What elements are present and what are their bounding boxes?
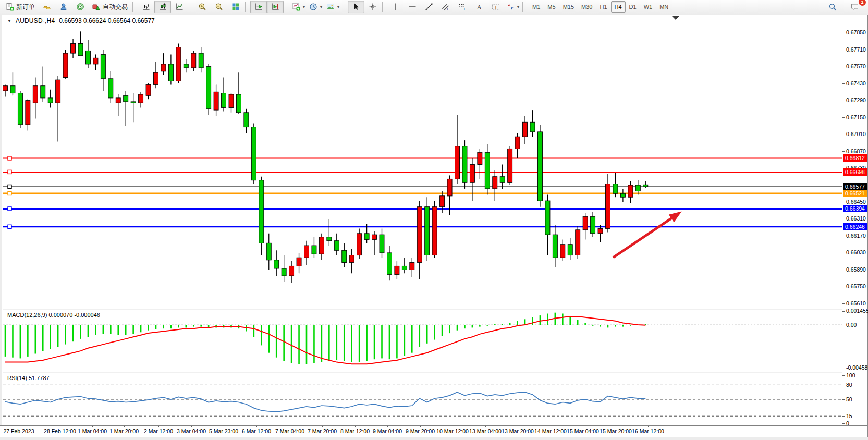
macd-indicator-pane[interactable] xyxy=(3,310,842,372)
new-order-button[interactable]: 新订单 xyxy=(2,1,39,13)
rsi-indicator-pane[interactable] xyxy=(3,373,842,425)
resistance-line-upper-badge: 0.66812 xyxy=(843,154,867,162)
axis-tick xyxy=(842,83,845,84)
time-tick-label: 3 Mar 04:00 xyxy=(177,428,206,434)
time-tick-label: 8 Mar 12:00 xyxy=(340,428,370,434)
text-icon: A xyxy=(475,3,483,11)
timeframe-m30-button[interactable]: M30 xyxy=(578,1,596,13)
auto-trading-button[interactable]: 自动交易 xyxy=(89,1,131,13)
axis-tick xyxy=(842,236,845,236)
fibonacci-button[interactable]: F xyxy=(454,1,471,13)
toolbar-separator xyxy=(285,2,289,12)
pivot-line-orange[interactable] xyxy=(3,191,842,195)
trend-arrow-annotation[interactable] xyxy=(613,214,678,258)
deposit-button[interactable] xyxy=(39,1,55,13)
toolbar-separator xyxy=(382,2,386,12)
axis-tick xyxy=(191,426,192,427)
axis-tick xyxy=(842,416,845,417)
toolbar-separator xyxy=(522,2,527,12)
price-tick-label: 0.67570 xyxy=(846,63,866,69)
axis-tick xyxy=(322,426,323,427)
notifications-button[interactable]: 1 xyxy=(846,1,863,13)
timeframe-m1-button[interactable]: M1 xyxy=(529,1,544,13)
timeframe-mn-button[interactable]: MN xyxy=(656,1,672,13)
line-chart-button[interactable] xyxy=(171,1,188,13)
signals-button[interactable] xyxy=(72,1,89,13)
price-chart-pane[interactable] xyxy=(3,15,842,309)
arrows-button[interactable]: ▾ xyxy=(504,1,521,13)
chart-shift-button[interactable] xyxy=(267,1,284,13)
axis-tick xyxy=(453,426,453,427)
text-button[interactable]: A xyxy=(471,1,487,13)
market-watch-button[interactable] xyxy=(55,1,72,13)
cursor-icon xyxy=(352,3,360,11)
trendline-icon xyxy=(425,3,433,11)
timeframe-m15-button[interactable]: M15 xyxy=(559,1,578,13)
dropdown-arrow-icon[interactable]: ▾ xyxy=(320,5,322,9)
indicators-button[interactable]: ▾ xyxy=(290,1,307,13)
time-axis[interactable]: 27 Feb 202328 Feb 12:001 Mar 04:001 Mar … xyxy=(0,425,867,437)
bar-chart-button[interactable] xyxy=(138,1,154,13)
channel-icon: E xyxy=(442,3,450,11)
timeframe-m5-button[interactable]: M5 xyxy=(544,1,559,13)
macd-tick-label: 0.001455 xyxy=(846,308,868,314)
arrows-icon xyxy=(506,3,515,11)
periods-button[interactable]: ▾ xyxy=(307,1,324,13)
templates-button[interactable]: ▾ xyxy=(324,1,341,13)
indicators-icon xyxy=(292,3,300,11)
timeframe-h4-button[interactable]: H4 xyxy=(611,1,626,13)
time-tick-label: 27 Feb 2023 xyxy=(4,428,34,434)
time-tick-label: 6 Mar 12:00 xyxy=(242,428,271,434)
candlestick-chart-button[interactable] xyxy=(154,1,171,13)
axis-tick xyxy=(256,426,257,427)
trendline-button[interactable] xyxy=(421,1,437,13)
price-axis[interactable]: 0.678500.677100.675700.674300.672900.671… xyxy=(842,15,867,425)
zoom-out-button[interactable] xyxy=(211,1,227,13)
symbol-dropdown-icon[interactable]: ▼ xyxy=(7,19,11,23)
support-line-upper[interactable] xyxy=(3,207,842,211)
chart-symbol-period: AUDUSD-,H4 xyxy=(16,17,55,25)
zoom-in-button[interactable] xyxy=(194,1,211,13)
candlesticks[interactable] xyxy=(3,31,648,283)
auto-scroll-button[interactable] xyxy=(250,1,267,13)
cursor-button[interactable] xyxy=(348,1,364,13)
axis-tick xyxy=(92,426,93,427)
time-tick-label: 13 Mar 20:00 xyxy=(502,428,534,434)
vertical-line-button[interactable] xyxy=(387,1,404,13)
timeframe-h1-button[interactable]: H1 xyxy=(596,1,610,13)
price-tick-label: 0.66030 xyxy=(846,249,866,255)
dropdown-arrow-icon[interactable]: ▾ xyxy=(337,5,339,9)
horizontal-line-button[interactable] xyxy=(404,1,421,13)
time-tick-label: 10 Mar 12:00 xyxy=(436,428,469,434)
equidistant-channel-button[interactable]: E xyxy=(437,1,454,13)
timeframe-d1-button[interactable]: D1 xyxy=(626,1,640,13)
axis-tick xyxy=(842,117,845,118)
support-line-lower-badge: 0.66246 xyxy=(843,223,867,230)
rsi-line xyxy=(5,392,645,412)
timeframe-w1-button[interactable]: W1 xyxy=(640,1,656,13)
resistance-line-lower[interactable] xyxy=(3,170,842,174)
axis-tick xyxy=(842,287,845,287)
crosshair-button[interactable] xyxy=(364,1,381,13)
time-tick-label: 5 Mar 23:00 xyxy=(209,428,238,434)
tile-windows-button[interactable] xyxy=(227,1,244,13)
support-line-lower[interactable] xyxy=(3,225,842,228)
chat-bubble-icon xyxy=(850,3,859,11)
current-price-line[interactable] xyxy=(3,185,842,188)
chart-line-icon xyxy=(175,3,184,11)
axis-tick xyxy=(420,426,421,427)
axis-tick xyxy=(842,33,845,33)
axis-tick xyxy=(842,385,845,385)
time-tick-label: 9 Mar 04:00 xyxy=(373,428,402,434)
toolbar-separator xyxy=(343,2,347,12)
main-toolbar: 新订单自动交易▾▾▾EFAT▾ M1M5M15M30H1H4D1W1MN 1 xyxy=(0,0,868,14)
dropdown-arrow-icon[interactable]: ▾ xyxy=(517,5,519,9)
text-label-button[interactable]: T xyxy=(487,1,504,13)
axis-tick xyxy=(355,426,356,427)
dropdown-arrow-icon[interactable]: ▾ xyxy=(303,5,305,9)
search-button[interactable] xyxy=(824,1,841,13)
chart-candles-icon xyxy=(158,3,167,11)
macd-tick-label: 0.00 xyxy=(846,322,857,328)
resistance-line-upper[interactable] xyxy=(3,156,842,160)
new-order-icon xyxy=(6,3,14,11)
